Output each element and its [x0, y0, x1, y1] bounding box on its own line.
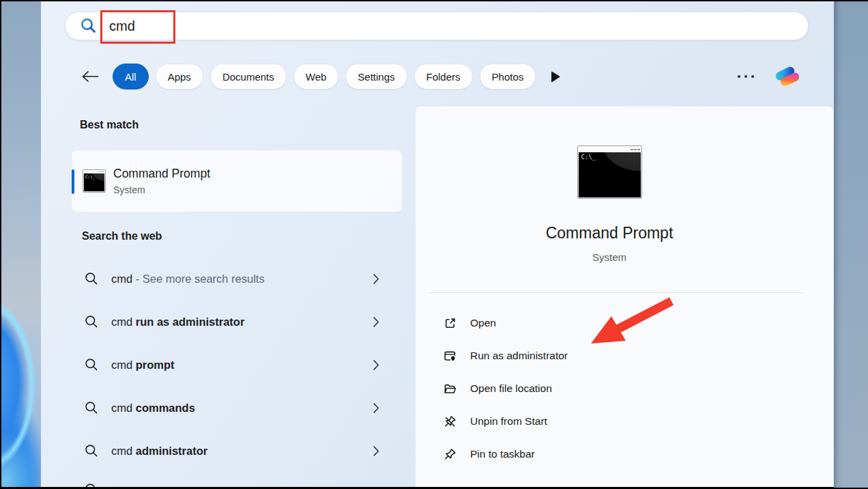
tab-label: Photos [492, 71, 524, 83]
web-suggestion-administrator[interactable]: cmd administrator [68, 435, 389, 466]
chevron-right-icon [373, 360, 379, 370]
best-match-subtitle: System [113, 184, 210, 195]
search-icon [85, 315, 98, 329]
tab-label: Settings [358, 71, 394, 83]
tab-documents[interactable]: Documents [210, 64, 287, 89]
search-input[interactable]: cmd [65, 12, 809, 40]
search-icon [85, 483, 98, 487]
action-label: Pin to taskbar [470, 448, 535, 460]
web-suggestion-prompt[interactable]: cmd prompt [68, 349, 389, 380]
copilot-button[interactable] [773, 62, 802, 91]
chevron-right-icon [373, 317, 379, 327]
command-prompt-icon: C:\_ [83, 169, 106, 193]
web-suggestion-see-more[interactable]: cmd - See more search results [68, 263, 389, 294]
selection-accent-bar [72, 169, 74, 194]
chevron-right-icon [373, 446, 379, 456]
search-icon [85, 272, 98, 285]
open-external-icon [443, 316, 457, 331]
web-suggestion-commands[interactable]: cmd commands [68, 392, 389, 423]
action-open[interactable]: Open [416, 307, 803, 339]
chevron-right-icon [373, 274, 379, 284]
action-unpin-from-start[interactable]: Unpin from Start [416, 405, 803, 438]
windows-search-screen: cmd All Apps Documents Web Settings Fold… [0, 0, 868, 489]
action-label: Run as administrator [470, 350, 568, 362]
best-match-title: Command Prompt [113, 167, 210, 181]
more-options-button[interactable] [736, 74, 755, 79]
tab-label: Folders [426, 71, 461, 83]
tab-settings[interactable]: Settings [345, 64, 407, 89]
folder-icon [443, 382, 457, 396]
search-icon [85, 358, 98, 372]
tab-all[interactable]: All [113, 64, 149, 89]
chevron-right-icon [373, 403, 379, 413]
suggestion-text: cmd administrator [111, 445, 207, 458]
suggestion-text: cmd prompt [111, 359, 175, 372]
tab-folders[interactable]: Folders [414, 64, 473, 89]
web-suggestion-partial[interactable] [68, 474, 389, 487]
expand-filters-button[interactable] [549, 70, 561, 83]
copilot-icon [773, 62, 802, 91]
run-as-admin-icon [443, 349, 457, 363]
detail-title: Command Prompt [546, 224, 674, 242]
tab-web[interactable]: Web [293, 64, 339, 89]
unpin-icon [443, 415, 457, 429]
expand-filters-icon [549, 70, 561, 83]
search-web-heading: Search the web [82, 230, 162, 242]
desktop-wallpaper-right [834, 1, 868, 488]
action-run-as-administrator[interactable]: Run as administrator [416, 339, 803, 372]
divider [429, 292, 803, 293]
tab-label: Documents [222, 71, 274, 83]
suggestion-text: cmd - See more search results [111, 273, 265, 285]
action-label: Open file location [470, 382, 552, 395]
more-options-icon [736, 74, 755, 79]
result-detail-panel: C:\_ Command Prompt System Open [415, 106, 834, 487]
tab-label: Apps [168, 71, 191, 83]
search-filter-tabs: All Apps Documents Web Settings Folders … [41, 61, 834, 92]
best-match-text: Command Prompt System [113, 167, 210, 195]
suggestion-text: cmd run as administrator [111, 316, 244, 329]
tab-photos[interactable]: Photos [480, 64, 536, 89]
search-icon [80, 17, 98, 35]
action-open-file-location[interactable]: Open file location [416, 372, 803, 405]
action-list: Open Run as administrator Open fi [416, 307, 803, 471]
command-prompt-icon-large: C:\_ [577, 145, 642, 199]
action-pin-to-taskbar[interactable]: Pin to taskbar [416, 438, 803, 471]
search-icon [85, 401, 98, 415]
back-icon [81, 69, 100, 84]
web-suggestion-run-as-administrator[interactable]: cmd run as administrator [68, 306, 389, 337]
tab-label: Web [306, 71, 327, 83]
desktop-wallpaper-left [1, 1, 41, 487]
annotation-highlight-box [100, 10, 175, 44]
suggestion-text: cmd commands [111, 402, 195, 415]
action-label: Unpin from Start [470, 415, 547, 428]
search-flyout-panel: cmd All Apps Documents Web Settings Fold… [41, 1, 834, 487]
tab-label: All [125, 71, 136, 83]
action-label: Open [470, 317, 496, 329]
detail-subtitle: System [592, 251, 626, 263]
best-match-result[interactable]: C:\_ Command Prompt System [71, 150, 403, 212]
back-button[interactable] [80, 66, 100, 87]
best-match-heading: Best match [80, 119, 139, 131]
tab-apps[interactable]: Apps [156, 64, 203, 89]
pin-icon [443, 447, 457, 462]
search-icon [85, 444, 98, 458]
